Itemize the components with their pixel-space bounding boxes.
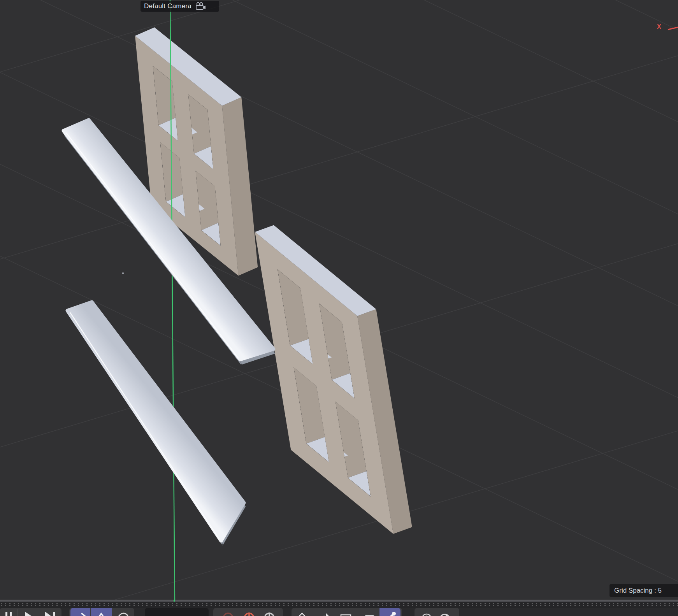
timeline-ruler[interactable] bbox=[0, 602, 678, 608]
key-icon[interactable] bbox=[385, 612, 396, 616]
record-gray-icon[interactable] bbox=[265, 612, 274, 616]
clock-icon[interactable] bbox=[422, 614, 431, 616]
camera-label-text: Default Camera bbox=[144, 2, 191, 10]
caret-up-icon[interactable] bbox=[96, 614, 107, 616]
grid-spacing-text: Grid Spacing : 5 bbox=[614, 587, 662, 595]
play-icon[interactable] bbox=[25, 612, 33, 616]
autokey-arrow-icon[interactable] bbox=[319, 613, 331, 616]
ruler-ticks-top bbox=[1, 603, 678, 604]
ring-dark-red-icon[interactable] bbox=[223, 613, 233, 616]
viewport-window: Default Camera X Grid Spacing : 5 bbox=[0, 0, 678, 616]
arrow-right-icon[interactable] bbox=[75, 613, 86, 616]
ruler-ticks-bottom bbox=[1, 605, 678, 606]
goto-end-icon[interactable] bbox=[45, 612, 55, 616]
x-axis-label: X bbox=[657, 23, 661, 30]
grid-spacing-label: Grid Spacing : 5 bbox=[609, 584, 678, 597]
viewport-canvas[interactable] bbox=[0, 0, 678, 602]
pause-icon[interactable] bbox=[5, 612, 12, 616]
animation-toolbar bbox=[0, 608, 678, 616]
refresh-icon[interactable] bbox=[440, 614, 450, 616]
diamond-icon[interactable] bbox=[297, 613, 307, 616]
record-red-icon[interactable] bbox=[244, 612, 254, 616]
loop-icon[interactable] bbox=[117, 613, 128, 616]
camera-label[interactable]: Default Camera bbox=[141, 1, 219, 12]
vertex-speck bbox=[122, 272, 124, 274]
camera-icon bbox=[195, 2, 208, 11]
